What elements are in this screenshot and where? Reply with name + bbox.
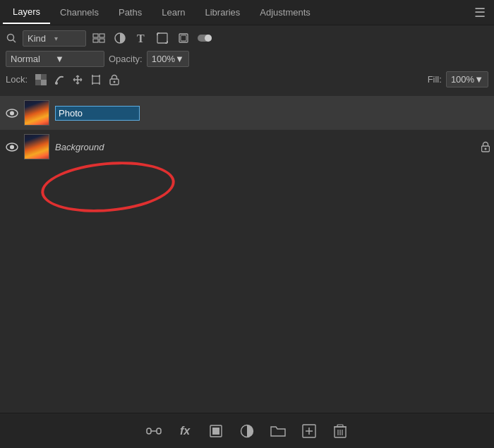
layer-name-input[interactable] xyxy=(55,106,140,121)
fill-section: Fill: 100% ▼ xyxy=(428,71,488,87)
svg-rect-45 xyxy=(337,425,343,427)
layer-thumb-photo xyxy=(24,100,49,126)
svg-rect-22 xyxy=(92,76,100,83)
tab-paths[interactable]: Paths xyxy=(109,1,152,23)
opacity-label: Opacity: xyxy=(109,54,143,64)
layer-visibility-photo[interactable] xyxy=(4,105,20,121)
layer-thumb-background xyxy=(24,134,49,159)
svg-rect-35 xyxy=(147,428,151,434)
delete-layer-button[interactable] xyxy=(330,421,350,441)
blend-opacity-row: Normal ▼ Opacity: 100% ▼ xyxy=(6,51,488,67)
tab-layers[interactable]: Layers xyxy=(3,1,50,24)
svg-point-16 xyxy=(205,35,212,42)
layer-visibility-background[interactable] xyxy=(4,139,20,155)
svg-rect-20 xyxy=(35,80,41,85)
layers-list: Background xyxy=(0,96,494,164)
link-layers-button[interactable] xyxy=(144,421,164,441)
tab-adjustments[interactable]: Adjustments xyxy=(250,1,320,23)
lock-position-icon[interactable] xyxy=(70,72,85,87)
text-filter-icon[interactable]: T xyxy=(133,30,150,47)
tab-channels[interactable]: Channels xyxy=(50,1,109,23)
fx-button[interactable]: fx xyxy=(175,421,195,441)
adjustment-filter-icon[interactable] xyxy=(112,30,128,47)
svg-line-1 xyxy=(13,40,16,43)
layers-panel: Kind ▾ T xyxy=(0,25,494,96)
fill-dropdown[interactable]: 100% ▼ xyxy=(446,71,488,87)
svg-rect-18 xyxy=(41,80,47,85)
svg-point-0 xyxy=(8,35,14,41)
lock-artboard-icon[interactable] xyxy=(88,72,104,87)
svg-point-28 xyxy=(114,80,116,83)
opacity-value: 100% xyxy=(152,54,175,64)
pixel-filter2-icon[interactable] xyxy=(196,30,213,47)
svg-point-32 xyxy=(10,145,14,149)
new-layer-button[interactable] xyxy=(299,421,319,441)
svg-rect-5 xyxy=(100,39,104,42)
svg-rect-8 xyxy=(157,33,167,43)
lock-all-icon[interactable] xyxy=(107,72,122,87)
add-mask-button[interactable] xyxy=(206,421,226,441)
svg-rect-14 xyxy=(181,35,186,41)
svg-rect-36 xyxy=(157,428,161,434)
search-icon xyxy=(6,32,17,44)
kind-dropdown[interactable]: Kind ▾ xyxy=(23,30,86,47)
fill-value: 100% xyxy=(451,74,474,85)
smart-object-filter-icon[interactable] xyxy=(175,30,192,47)
svg-text:T: T xyxy=(137,32,145,44)
new-group-button[interactable] xyxy=(268,421,288,441)
layer-item-photo[interactable] xyxy=(0,96,494,130)
tab-libraries[interactable]: Libraries xyxy=(195,1,250,23)
lock-transparency-icon[interactable] xyxy=(33,72,49,87)
opacity-arrow: ▼ xyxy=(175,54,184,64)
svg-rect-3 xyxy=(100,34,104,37)
lock-label: Lock: xyxy=(6,74,28,85)
svg-point-30 xyxy=(10,111,14,115)
svg-rect-2 xyxy=(93,34,98,37)
fill-label: Fill: xyxy=(428,74,442,85)
lock-row: Lock: xyxy=(6,71,488,87)
blend-mode-value: Normal xyxy=(11,54,55,64)
svg-rect-4 xyxy=(93,39,98,42)
svg-rect-38 xyxy=(212,428,219,435)
layer-item-background[interactable]: Background xyxy=(0,130,494,164)
layer-name-background: Background xyxy=(55,142,104,152)
svg-rect-17 xyxy=(35,74,41,80)
empty-layer-area xyxy=(0,164,494,305)
svg-point-21 xyxy=(55,82,58,85)
new-adjustment-button[interactable] xyxy=(237,421,257,441)
tab-bar: Layers Channels Paths Learn Libraries Ad… xyxy=(0,0,494,25)
layer-lock-icon xyxy=(481,141,490,152)
tab-learn[interactable]: Learn xyxy=(152,1,195,23)
lock-image-icon[interactable] xyxy=(52,72,67,87)
svg-rect-19 xyxy=(41,74,47,80)
svg-point-34 xyxy=(485,148,487,150)
bottom-toolbar: fx xyxy=(0,413,494,448)
kind-dropdown-arrow: ▾ xyxy=(54,35,81,42)
blend-mode-dropdown[interactable]: Normal ▼ xyxy=(6,51,104,67)
blend-mode-arrow: ▼ xyxy=(55,54,100,64)
panel-menu-icon[interactable]: ☰ xyxy=(469,4,491,22)
opacity-dropdown[interactable]: 100% ▼ xyxy=(147,51,189,67)
kind-row: Kind ▾ T xyxy=(6,30,488,47)
pixel-filter-icon[interactable] xyxy=(90,30,107,47)
shape-filter-icon[interactable] xyxy=(154,30,171,47)
fill-arrow: ▼ xyxy=(474,74,483,85)
